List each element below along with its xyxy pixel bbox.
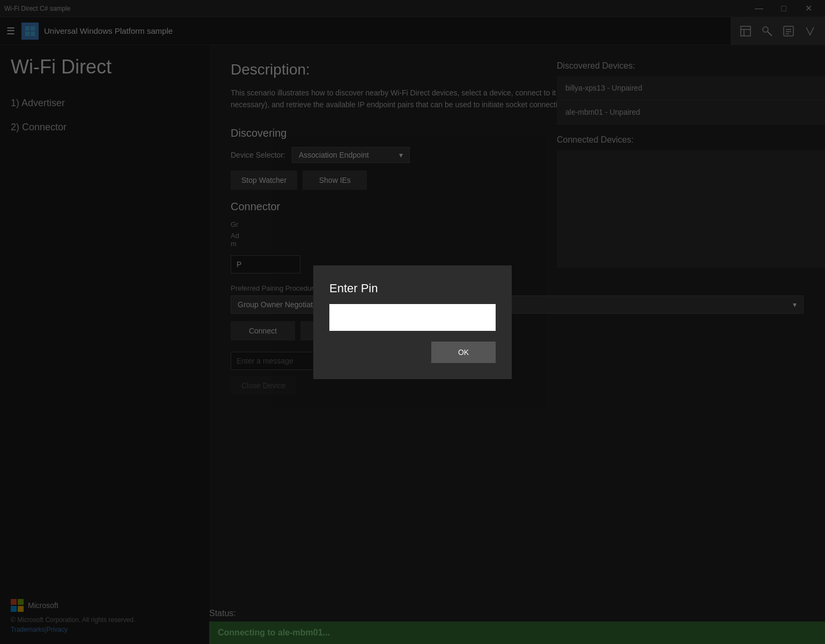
modal-overlay: Enter Pin OK — [0, 0, 825, 644]
modal-buttons: OK — [329, 342, 496, 363]
ok-button[interactable]: OK — [431, 342, 496, 363]
enter-pin-modal: Enter Pin OK — [313, 265, 512, 379]
pin-input[interactable] — [329, 304, 496, 331]
modal-title: Enter Pin — [329, 282, 496, 295]
